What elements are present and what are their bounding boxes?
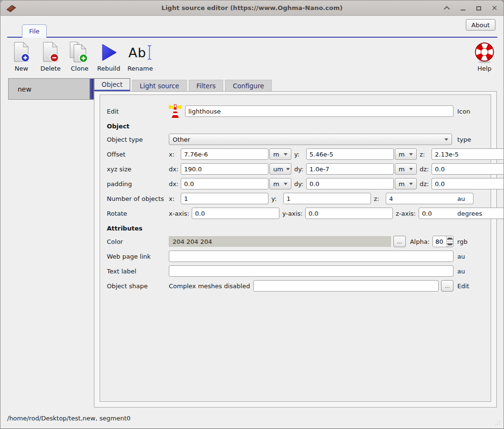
spin-up-icon[interactable] — [447, 236, 453, 241]
color-unit-label: rgb — [457, 238, 468, 245]
rotate-y-input[interactable] — [305, 208, 393, 219]
mesh-status-text: Complex meshes disabled — [169, 283, 251, 290]
number-of-objects-label: Number of objects — [107, 195, 169, 202]
padding-dz-input[interactable] — [432, 178, 504, 189]
rotate-row: Rotate x-axis: y-axis: z-axis: degrees — [107, 208, 484, 219]
count-y-input[interactable] — [283, 193, 371, 204]
chevron-down-icon — [284, 153, 288, 156]
delete-label: Delete — [41, 65, 61, 72]
web-page-link-unit: au — [457, 253, 465, 260]
rename-label: Rename — [127, 65, 153, 72]
rebuild-button[interactable]: Rebuild — [96, 42, 121, 72]
object-shape-input[interactable] — [253, 280, 439, 292]
padding-dy-unit-dropdown[interactable]: m — [395, 178, 417, 189]
delete-button[interactable]: Delete — [38, 42, 63, 72]
text-label-input[interactable] — [169, 265, 453, 277]
chevron-down-icon — [444, 138, 448, 141]
status-path: /home/rod/Desktop/test,new, segment0 — [7, 415, 131, 422]
sidebar-item-label: new — [18, 85, 31, 93]
object-form: Edit — [100, 94, 491, 402]
text-label-row: Text label au — [107, 265, 484, 277]
title-bar: Light source editor (https://www.Oghma-N… — [0, 0, 504, 16]
alpha-input[interactable] — [433, 236, 446, 247]
count-x-input[interactable] — [181, 193, 268, 204]
padding-dy-input[interactable] — [306, 178, 394, 189]
padding-row: padding dx: m dy: m dz: m — [107, 178, 484, 189]
clone-button[interactable]: Clone — [67, 42, 92, 72]
size-dz-input[interactable] — [432, 163, 504, 175]
web-page-link-row: Web page link au — [107, 251, 484, 262]
rotate-x-input[interactable] — [192, 208, 279, 219]
object-shape-label: Object shape — [107, 283, 169, 290]
object-shape-browse-button[interactable]: ... — [441, 280, 453, 292]
size-dy-unit-dropdown[interactable]: m — [395, 163, 417, 175]
delete-document-icon — [41, 42, 60, 63]
spin-down-icon[interactable] — [447, 241, 453, 247]
new-button[interactable]: New — [9, 42, 34, 72]
tab-configure[interactable]: Configure — [225, 80, 271, 91]
object-type-row: Object type Other type — [107, 134, 484, 145]
sidebar: new — [0, 78, 94, 408]
minimize-window-icon[interactable] — [460, 5, 466, 11]
object-section-header: Object — [107, 120, 484, 132]
notebook: Object Light source Filters Configure Ed… — [94, 78, 497, 408]
edit-right-label: Icon — [457, 108, 470, 115]
web-page-link-input[interactable] — [169, 251, 453, 262]
tab-light-source[interactable]: Light source — [132, 80, 187, 91]
padding-label: padding — [107, 180, 169, 188]
edit-row: Edit — [107, 105, 484, 117]
offset-y-unit-dropdown[interactable]: m — [395, 148, 417, 160]
rename-button[interactable]: Ab Rename — [125, 42, 155, 72]
alpha-spinner[interactable] — [432, 236, 453, 247]
rebuild-play-icon — [99, 42, 118, 63]
padding-dx-input[interactable] — [181, 178, 268, 189]
count-unit-label: au — [457, 195, 465, 202]
icon-name-input[interactable] — [185, 105, 453, 117]
size-dx-input[interactable] — [181, 163, 268, 175]
text-label-label: Text label — [107, 268, 169, 275]
size-dy-input[interactable] — [306, 163, 394, 175]
text-label-unit: au — [457, 268, 465, 275]
rotate-unit-label: degrees — [457, 210, 482, 217]
new-document-icon — [12, 42, 31, 63]
chevron-down-icon — [286, 168, 290, 170]
color-browse-button[interactable]: ... — [393, 236, 406, 247]
xyz-size-label: xyz size — [107, 166, 169, 173]
resize-grip[interactable] — [494, 419, 502, 427]
offset-z-input[interactable] — [432, 148, 504, 160]
color-label: Color — [107, 238, 169, 245]
new-label: New — [15, 65, 28, 72]
color-swatch[interactable]: 204 204 204 — [169, 236, 391, 247]
rename-ab-icon: Ab — [128, 42, 152, 63]
help-button[interactable]: Help — [472, 42, 497, 72]
tab-bar: Object Light source Filters Configure — [94, 78, 497, 91]
web-page-link-label: Web page link — [107, 253, 169, 260]
close-window-icon[interactable]: ✕ — [491, 5, 498, 11]
tab-filters[interactable]: Filters — [189, 80, 223, 91]
clone-documents-icon — [69, 42, 90, 63]
object-type-dropdown[interactable]: Other — [169, 134, 452, 145]
xyz-size-row: xyz size dx: um dy: m dz: m — [107, 163, 484, 175]
app-window: Light source editor (https://www.Oghma-N… — [0, 0, 504, 429]
number-of-objects-row: Number of objects x: y: z: au — [107, 193, 484, 204]
padding-dx-unit-dropdown[interactable]: m — [269, 178, 291, 189]
offset-row: Offset x: m y: m z: m — [107, 148, 484, 160]
offset-x-input[interactable] — [181, 148, 268, 160]
attributes-section-header: Attributes — [107, 222, 484, 234]
size-dx-unit-dropdown[interactable]: um — [269, 163, 291, 175]
tab-object[interactable]: Object — [94, 78, 130, 91]
chevron-down-icon — [409, 183, 413, 185]
maximize-window-icon[interactable] — [475, 5, 482, 11]
rotate-label: Rotate — [107, 210, 169, 217]
about-button[interactable]: About — [466, 19, 495, 31]
shade-window-icon[interactable] — [444, 5, 451, 11]
object-type-label: Object type — [107, 136, 169, 143]
tab-file[interactable]: File — [22, 24, 47, 38]
rebuild-label: Rebuild — [97, 65, 120, 72]
chevron-down-icon — [409, 168, 413, 170]
chevron-down-icon — [409, 153, 413, 156]
offset-y-input[interactable] — [306, 148, 394, 160]
sidebar-item-new[interactable]: new — [8, 78, 94, 100]
clone-label: Clone — [71, 65, 89, 72]
offset-x-unit-dropdown[interactable]: m — [269, 148, 291, 160]
